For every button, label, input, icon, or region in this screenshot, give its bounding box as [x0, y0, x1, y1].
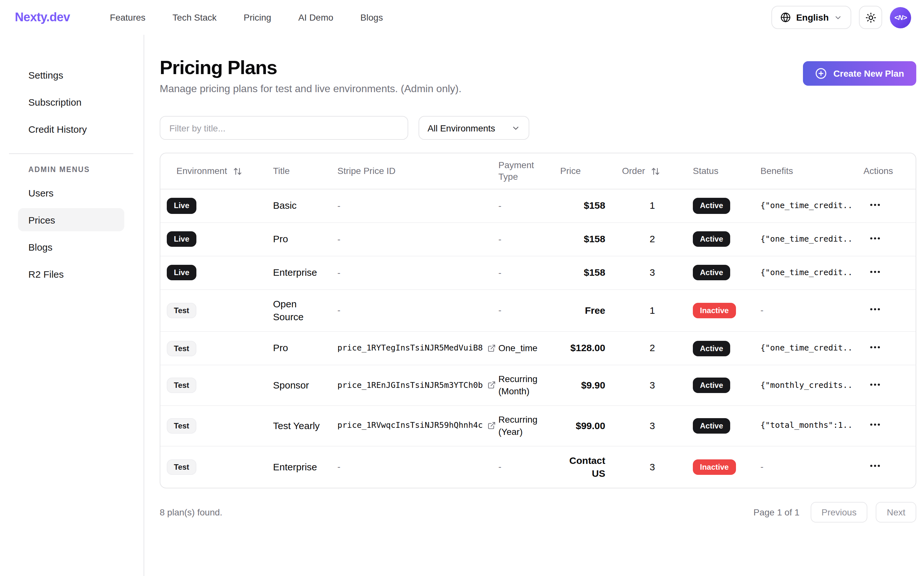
table-row: Test Open Source - - Free 1 Inactive - [160, 290, 916, 332]
price: $158 [555, 258, 617, 287]
environment-badge: Test [167, 378, 196, 393]
environment-badge: Test [167, 341, 196, 356]
table-row: Test Test Yearly price_1RVwqcInsTsiNJR59… [160, 406, 916, 446]
plan-title: Basic [268, 192, 332, 220]
sidebar-item-blogs[interactable]: Blogs [18, 235, 124, 258]
environment-badge: Live [167, 265, 196, 280]
status-badge: Active [693, 198, 730, 214]
nav-item-blogs[interactable]: Blogs [360, 12, 383, 22]
payment-type: - [493, 259, 555, 287]
order: 3 [617, 453, 688, 482]
price: $158 [555, 225, 617, 254]
stripe-price-id: - [337, 267, 340, 279]
stripe-price-id: - [337, 200, 340, 212]
more-actions-icon[interactable] [867, 417, 883, 433]
sort-arrows-icon [233, 166, 242, 176]
plan-title: Pro [268, 225, 332, 254]
theme-toggle-button[interactable] [859, 6, 882, 29]
sidebar-item-prices[interactable]: Prices [18, 208, 124, 231]
plus-circle-icon [815, 68, 827, 79]
plan-title: Open Source [268, 290, 332, 331]
language-selector-button[interactable]: English [772, 6, 851, 29]
environment-filter-select[interactable]: All Environments [418, 116, 529, 140]
more-actions-icon[interactable] [867, 197, 883, 213]
nav-item-features[interactable]: Features [110, 12, 145, 22]
language-label: English [796, 12, 829, 22]
payment-type: Recurring (Year) [493, 406, 555, 446]
column-header-order[interactable]: Order [617, 159, 688, 183]
order: 1 [617, 296, 688, 325]
sidebar-divider [9, 154, 133, 154]
user-avatar[interactable]: <N> [890, 7, 911, 28]
table-row: Test Pro price_1RYTegInsTsiNJR5MedVuiB8 … [160, 332, 916, 365]
more-actions-icon[interactable] [867, 302, 883, 317]
page-indicator: Page 1 of 1 [753, 507, 800, 517]
table-row: Live Pro - - $158 2 Active {"one_time_cr… [160, 223, 916, 256]
column-header-status: Status [688, 159, 755, 183]
order: 1 [617, 192, 688, 220]
column-header-environment[interactable]: Environment [160, 159, 268, 183]
more-actions-icon[interactable] [867, 339, 883, 355]
nav-item-ai-demo[interactable]: AI Demo [298, 12, 333, 22]
main-content: Pricing Plans Manage pricing plans for t… [144, 35, 924, 576]
order: 2 [617, 225, 688, 254]
create-new-plan-label: Create New Plan [833, 68, 904, 78]
sidebar-item-credit-history[interactable]: Credit History [18, 117, 124, 141]
sidebar: Settings Subscription Credit History ADM… [0, 35, 144, 576]
environment-badge: Live [167, 198, 196, 214]
payment-type: Recurring (Month) [493, 365, 555, 405]
plans-count-text: 8 plan(s) found. [160, 507, 222, 517]
nav-item-pricing[interactable]: Pricing [244, 12, 271, 22]
status-badge: Active [693, 231, 730, 247]
sidebar-section-label: ADMIN MENUS [18, 166, 124, 173]
stripe-price-id: - [337, 461, 340, 473]
sidebar-item-users[interactable]: Users [18, 181, 124, 204]
payment-type: - [493, 453, 555, 481]
environment-badge: Test [167, 303, 196, 318]
stripe-price-id: - [337, 304, 340, 317]
sort-arrows-icon [651, 166, 660, 176]
stripe-price-id: price_1RYTegInsTsiNJR5MedVuiB8 [337, 343, 483, 354]
benefits: {"one_time_credit... [755, 260, 852, 286]
column-header-stripe-price-id: Stripe Price ID [332, 159, 493, 183]
brand-logo[interactable]: Nexty.dev [15, 10, 70, 24]
benefits: {"one_time_credit... [755, 226, 852, 253]
payment-type: - [493, 297, 555, 325]
price: $9.90 [555, 371, 617, 400]
table-header-row: Environment Title Stripe Price ID Paymen… [160, 154, 916, 189]
chevron-down-icon [511, 123, 520, 133]
top-navigation: Nexty.dev Features Tech Stack Pricing AI… [0, 0, 924, 35]
more-actions-icon[interactable] [867, 458, 883, 474]
pagination: Page 1 of 1 Previous Next [753, 502, 916, 523]
page-subtitle: Manage pricing plans for test and live e… [160, 83, 461, 95]
filter-by-title-input[interactable] [160, 116, 408, 140]
column-header-benefits: Benefits [755, 159, 852, 183]
price: $99.00 [555, 411, 617, 440]
more-actions-icon[interactable] [867, 230, 883, 246]
stripe-price-id: price_1RVwqcInsTsiNJR59hQhnh4c [337, 421, 483, 431]
plan-title: Enterprise [268, 453, 332, 482]
plan-title: Test Yearly [268, 411, 332, 440]
sidebar-item-subscription[interactable]: Subscription [18, 90, 124, 114]
sidebar-item-settings[interactable]: Settings [18, 63, 124, 86]
column-header-title: Title [268, 159, 332, 183]
payment-type: - [493, 226, 555, 253]
environment-filter-value: All Environments [428, 123, 495, 133]
payment-type: One_time [493, 334, 555, 362]
payment-type: - [493, 192, 555, 220]
table-row: Live Basic - - $158 1 Active {"one_time_… [160, 189, 916, 223]
more-actions-icon[interactable] [867, 377, 883, 392]
sun-icon [865, 12, 876, 23]
more-actions-icon[interactable] [867, 264, 883, 280]
nav-right-controls: English <N> [772, 6, 911, 29]
benefits: - [755, 453, 852, 481]
table-row: Test Enterprise - - Contact US 3 Inactiv… [160, 446, 916, 488]
price: $158 [555, 192, 617, 220]
sidebar-item-r2-files[interactable]: R2 Files [18, 262, 124, 285]
previous-page-button[interactable]: Previous [810, 502, 867, 523]
next-page-button[interactable]: Next [876, 502, 916, 523]
status-badge: Active [693, 265, 730, 280]
plan-title: Enterprise [268, 258, 332, 287]
create-new-plan-button[interactable]: Create New Plan [803, 61, 916, 86]
nav-item-tech-stack[interactable]: Tech Stack [172, 12, 217, 22]
